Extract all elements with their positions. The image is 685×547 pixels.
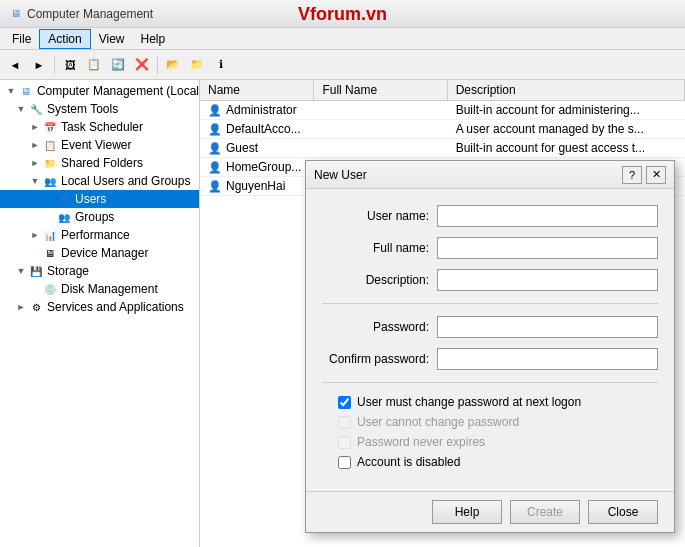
watermark: Vforum.vn [298, 4, 387, 25]
description-label: Description: [322, 273, 437, 287]
groups-icon: 👥 [56, 209, 72, 225]
cell-fullname [314, 120, 447, 138]
cannot-change-label: User cannot change password [357, 415, 519, 429]
col-header-name[interactable]: Name [200, 80, 314, 100]
show-hide-button[interactable]: 🖼 [59, 54, 81, 76]
toolbar-sep-2 [157, 56, 158, 74]
fullname-input[interactable] [437, 237, 658, 259]
dialog-close-x-btn[interactable]: ✕ [646, 166, 666, 184]
tree-device-manager[interactable]: 🖥 Device Manager [0, 244, 199, 262]
username-input[interactable] [437, 205, 658, 227]
cell-description: A user account managed by the s... [448, 120, 685, 138]
confirm-password-row: Confirm password: [322, 348, 658, 370]
tree-system-tools[interactable]: ▼ 🔧 System Tools [0, 100, 199, 118]
event-viewer-icon: 📋 [42, 137, 58, 153]
list-header: Name Full Name Description [200, 80, 685, 101]
tree-disk-management[interactable]: 💿 Disk Management [0, 280, 199, 298]
dialog-title-bar: New User ? ✕ [306, 161, 674, 189]
tree-performance[interactable]: ► 📊 Performance [0, 226, 199, 244]
event-viewer-label: Event Viewer [61, 138, 131, 152]
svc-expand: ► [14, 302, 28, 312]
dialog-footer: Help Create Close [306, 491, 674, 532]
description-row: Description: [322, 269, 658, 291]
col-header-fullname[interactable]: Full Name [314, 80, 447, 100]
tree-shared-folders[interactable]: ► 📁 Shared Folders [0, 154, 199, 172]
tree-groups[interactable]: 👥 Groups [0, 208, 199, 226]
users-icon: 👤 [56, 191, 72, 207]
shared-folders-label: Shared Folders [61, 156, 143, 170]
cell-name: 👤Administrator [200, 101, 314, 119]
help-toolbar-button[interactable]: ℹ [210, 54, 232, 76]
tree-root-label: Computer Management (Local [37, 84, 199, 98]
password-row: Password: [322, 316, 658, 338]
dialog-help-btn[interactable]: ? [622, 166, 642, 184]
properties-button[interactable]: 📋 [83, 54, 105, 76]
never-expires-row: Password never expires [322, 435, 658, 449]
description-input[interactable] [437, 269, 658, 291]
new-window-button[interactable]: 📂 [162, 54, 184, 76]
menu-file[interactable]: File [4, 30, 39, 48]
tree-storage[interactable]: ▼ 💾 Storage [0, 262, 199, 280]
password-input[interactable] [437, 316, 658, 338]
system-tools-expand: ▼ [14, 104, 28, 114]
cell-name: 👤Guest [200, 139, 314, 157]
form-separator-2 [322, 382, 658, 383]
must-change-checkbox[interactable] [338, 396, 351, 409]
cell-fullname [314, 139, 447, 157]
tree-root[interactable]: ▼ 🖥 Computer Management (Local [0, 82, 199, 100]
export-button[interactable]: ❌ [131, 54, 153, 76]
groups-label: Groups [75, 210, 114, 224]
table-row[interactable]: 👤DefaultAcco...A user account managed by… [200, 120, 685, 139]
device-manager-label: Device Manager [61, 246, 148, 260]
performance-label: Performance [61, 228, 130, 242]
table-row[interactable]: 👤GuestBuilt-in account for guest access … [200, 139, 685, 158]
toolbar: ◄ ► 🖼 📋 🔄 ❌ 📂 📁 ℹ [0, 50, 685, 80]
storage-icon: 💾 [28, 263, 44, 279]
dialog-create-button[interactable]: Create [510, 500, 580, 524]
confirm-password-input[interactable] [437, 348, 658, 370]
menu-bar: File Action View Help [0, 28, 685, 50]
tree-users[interactable]: 👤 Users [0, 190, 199, 208]
perf-expand: ► [28, 230, 42, 240]
dm-icon: 🖥 [42, 245, 58, 261]
cannot-change-checkbox[interactable] [338, 416, 351, 429]
cannot-change-row: User cannot change password [322, 415, 658, 429]
forward-button[interactable]: ► [28, 54, 50, 76]
up-button[interactable]: 📁 [186, 54, 208, 76]
account-disabled-checkbox[interactable] [338, 456, 351, 469]
tree-local-users[interactable]: ▼ 👥 Local Users and Groups [0, 172, 199, 190]
system-tools-label: System Tools [47, 102, 118, 116]
tree-event-viewer[interactable]: ► 📋 Event Viewer [0, 136, 199, 154]
table-row[interactable]: 👤AdministratorBuilt-in account for admin… [200, 101, 685, 120]
local-users-expand: ▼ [28, 176, 42, 186]
menu-help[interactable]: Help [133, 30, 174, 48]
col-header-description[interactable]: Description [448, 80, 685, 100]
system-tools-icon: 🔧 [28, 101, 44, 117]
confirm-password-label: Confirm password: [322, 352, 437, 366]
menu-action[interactable]: Action [39, 29, 90, 49]
never-expires-checkbox[interactable] [338, 436, 351, 449]
dialog-help-button[interactable]: Help [432, 500, 502, 524]
fullname-row: Full name: [322, 237, 658, 259]
back-button[interactable]: ◄ [4, 54, 26, 76]
tree-task-scheduler[interactable]: ► 📅 Task Scheduler [0, 118, 199, 136]
tree-services-apps[interactable]: ► ⚙ Services and Applications [0, 298, 199, 316]
form-separator-1 [322, 303, 658, 304]
toolbar-sep-1 [54, 56, 55, 74]
dialog-title-text: New User [314, 168, 367, 182]
cell-description: Built-in account for guest access t... [448, 139, 685, 157]
title-bar-text: Computer Management [27, 7, 153, 21]
app-icon: 🖥 [8, 6, 24, 22]
shared-folders-icon: 📁 [42, 155, 58, 171]
shared-folders-expand: ► [28, 158, 42, 168]
local-users-label: Local Users and Groups [61, 174, 190, 188]
password-label: Password: [322, 320, 437, 334]
dialog-close-button[interactable]: Close [588, 500, 658, 524]
menu-view[interactable]: View [91, 30, 133, 48]
refresh-button[interactable]: 🔄 [107, 54, 129, 76]
task-scheduler-label: Task Scheduler [61, 120, 143, 134]
root-expand-icon: ▼ [4, 86, 18, 96]
new-user-dialog[interactable]: New User ? ✕ User name: Full name: Descr… [305, 160, 675, 533]
users-label: Users [75, 192, 106, 206]
storage-expand: ▼ [14, 266, 28, 276]
